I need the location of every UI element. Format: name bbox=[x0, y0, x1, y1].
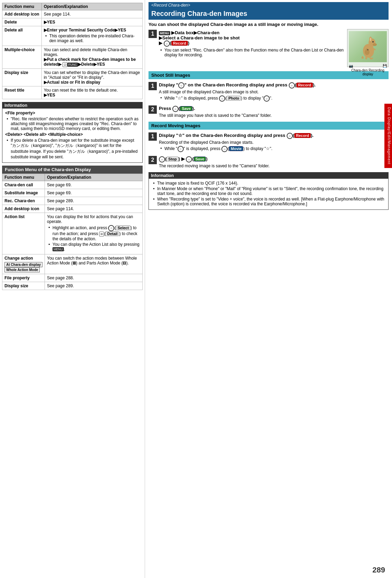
table-row: Delete all ▶Enter your Terminal Security… bbox=[2, 26, 143, 46]
bullet-item: This operation deletes the pre-installed… bbox=[45, 34, 140, 43]
table-row: Substitute image See page 69. bbox=[2, 189, 143, 197]
table-row: Action list You can display the list for… bbox=[2, 213, 143, 254]
bullet-item: In Manner Mode or when "Phone" or "Mail"… bbox=[153, 186, 385, 196]
function-table-1: Function menu Operation/Explanation Add … bbox=[2, 3, 143, 99]
left-column: Function menu Operation/Explanation Add … bbox=[0, 0, 145, 578]
bullet-item: When "Recording type" is set to "Video +… bbox=[153, 197, 385, 206]
svg-point-4 bbox=[370, 38, 371, 41]
table-row: Display size You can set whether to disp… bbox=[2, 68, 143, 86]
shoot-step-2: 2 Press ○(Save). The still image you hav… bbox=[149, 105, 389, 119]
step-1-content: 📷 💾 Chara-den Recording display MENU ▶Da… bbox=[159, 29, 389, 68]
img-icons-row: 📷 💾 bbox=[347, 64, 388, 68]
func-name: Add desktop icon bbox=[2, 10, 42, 18]
press-record-btn-2: ○ bbox=[287, 133, 293, 139]
record-chara-header-big: Recording Chara-den Images bbox=[149, 8, 389, 20]
menu-icon: MENU bbox=[52, 247, 64, 251]
table-row: Display size See page 289. bbox=[2, 282, 143, 290]
shoot-step-1: 1 Display "○" on the Chara-den Recording… bbox=[149, 81, 389, 103]
func-name: Delete bbox=[2, 18, 42, 26]
shoot-step2-sub: The still image you have shot is saved t… bbox=[159, 113, 389, 118]
func-op: See page 289. bbox=[45, 282, 143, 290]
func-name: Add desktop icon bbox=[2, 205, 45, 213]
func-op: You can display the list for actions tha… bbox=[45, 213, 143, 254]
table-row: Reset title You can reset the title to t… bbox=[2, 86, 143, 99]
table-row: Change action At Chara-den display Whole… bbox=[2, 254, 143, 274]
press-btn-2: ○ bbox=[219, 95, 225, 102]
func-op: See page 288. bbox=[45, 274, 143, 282]
rec-step2-instruction: ○(Stop) ▶ ○(Save) bbox=[159, 156, 389, 162]
func-name: Multiple-choice bbox=[2, 46, 42, 69]
func-name: Reset title bbox=[2, 86, 42, 99]
shoot-step1-instruction: Display "○" on the Chara-den Recording d… bbox=[159, 82, 389, 88]
file-property-header: <File property> bbox=[5, 111, 35, 115]
info-box-title: Information bbox=[2, 102, 142, 109]
memory-icon-small: 💾 bbox=[383, 64, 387, 68]
menu-icon: MENU bbox=[159, 31, 170, 35]
table-row: Add desktop icon See page 114. bbox=[2, 205, 143, 213]
tag-at-chara: At Chara-den display bbox=[4, 262, 42, 267]
function-table-2: Function menu Operation/Explanation Char… bbox=[2, 174, 143, 290]
circle-btn: ○ bbox=[108, 225, 114, 231]
func-op: You can reset the title to the default o… bbox=[41, 86, 142, 99]
svg-point-2 bbox=[373, 43, 377, 46]
func-name: Chara-den call bbox=[2, 181, 45, 189]
press-save-btn: ○ bbox=[172, 106, 179, 112]
table2-col1-header: Function menu bbox=[2, 174, 45, 181]
func-name: Rec. Chara-den bbox=[2, 197, 45, 205]
record-badge: Record bbox=[171, 41, 188, 46]
func-name: Action list bbox=[2, 213, 45, 254]
information-box: Information <File property> "Rec. file r… bbox=[2, 102, 143, 163]
func-op: ▶YES bbox=[41, 18, 142, 26]
rec-step1-sub: Recording of the displayed Chara-den ima… bbox=[159, 140, 389, 145]
circle-icon-3: ○ bbox=[178, 146, 184, 152]
shoot-step2-instruction: Press ○(Save). bbox=[159, 106, 389, 112]
table1-col2-header: Operation/Explanation bbox=[41, 3, 142, 10]
rec-step-number-1: 1 bbox=[149, 132, 157, 141]
right-column: <Record Chara-den> Recording Chara-den I… bbox=[145, 0, 392, 578]
circle-icon-2: ○ bbox=[264, 95, 270, 102]
record-moving-header: Record Moving Images bbox=[149, 122, 389, 130]
rec-step-2-content: ○(Stop) ▶ ○(Save) The recorded moving im… bbox=[159, 155, 389, 169]
rec-step1-instruction: Display "☆" on the Chara-den Recording d… bbox=[159, 133, 389, 139]
shoot-step-2-content: Press ○(Save). The still image you have … bbox=[159, 105, 389, 119]
func-name: File property bbox=[2, 274, 45, 282]
circle-icon: ○ bbox=[178, 82, 184, 88]
stop-badge: Stop bbox=[166, 157, 178, 161]
func-op: ▶Enter your Terminal Security Code▶YES T… bbox=[41, 26, 142, 46]
shoot-step1-sub: A still image of the displayed Chara-den… bbox=[159, 90, 389, 94]
table-row: Chara-den call See page 69. bbox=[2, 181, 143, 189]
func-name: Display size bbox=[2, 282, 45, 290]
func-name: Change action At Chara-den display Whole… bbox=[2, 254, 45, 274]
func-op: You can switch the action modes between … bbox=[45, 254, 143, 274]
tag-whole-action: Whole Action Mode bbox=[4, 267, 40, 272]
func-name: Delete all bbox=[2, 26, 42, 46]
func-op: See page 114. bbox=[45, 205, 143, 213]
bullet-item: You can display the Action List also by … bbox=[48, 242, 140, 252]
select-badge: Select bbox=[116, 225, 130, 230]
func-op: You can set whether to display the Chara… bbox=[41, 68, 142, 86]
save-badge-2: Save bbox=[194, 157, 206, 161]
rec-step-1-content: Display "☆" on the Chara-den Recording d… bbox=[159, 132, 389, 153]
stop-circle-btn: ○ bbox=[159, 156, 165, 162]
func-op: See page 69. bbox=[45, 189, 143, 197]
intro-text: You can shoot the displayed Chara-den im… bbox=[149, 22, 389, 27]
table-row: Multiple-choice You can select and delet… bbox=[2, 46, 143, 69]
circle-record-btn: ○ bbox=[164, 40, 170, 47]
record-chara-header-small: <Record Chara-den> bbox=[149, 2, 389, 8]
bullet-item: The image size is fixed to QCIF (176 x 1… bbox=[153, 181, 385, 186]
bullet-item: While "☆" is displayed, press ○(Photo) t… bbox=[160, 95, 389, 102]
page-number: 289 bbox=[372, 566, 385, 575]
page-wrapper: Function menu Operation/Explanation Add … bbox=[0, 0, 392, 578]
table-row: Delete ▶YES bbox=[2, 18, 143, 26]
info-box-2-title: Information bbox=[149, 173, 388, 179]
save-circle-btn: ○ bbox=[186, 156, 192, 162]
side-tab: Data Display/Edit/Management bbox=[384, 104, 392, 168]
rec-step2-sub: The recorded moving image is saved to th… bbox=[159, 164, 389, 168]
bullet-item: While "○" is displayed, press ○(Movie) t… bbox=[160, 146, 389, 152]
step-number-1: 1 bbox=[149, 30, 157, 38]
func-menu-header: Function Menu of the Chara-den Display bbox=[2, 166, 143, 174]
table2-col2-header: Operation/Explanation bbox=[45, 174, 143, 181]
information-box-2: Information The image size is fixed to Q… bbox=[149, 172, 389, 210]
table-row: Add desktop icon See page 114. bbox=[2, 10, 143, 18]
record-badge-2: Record bbox=[296, 83, 313, 87]
